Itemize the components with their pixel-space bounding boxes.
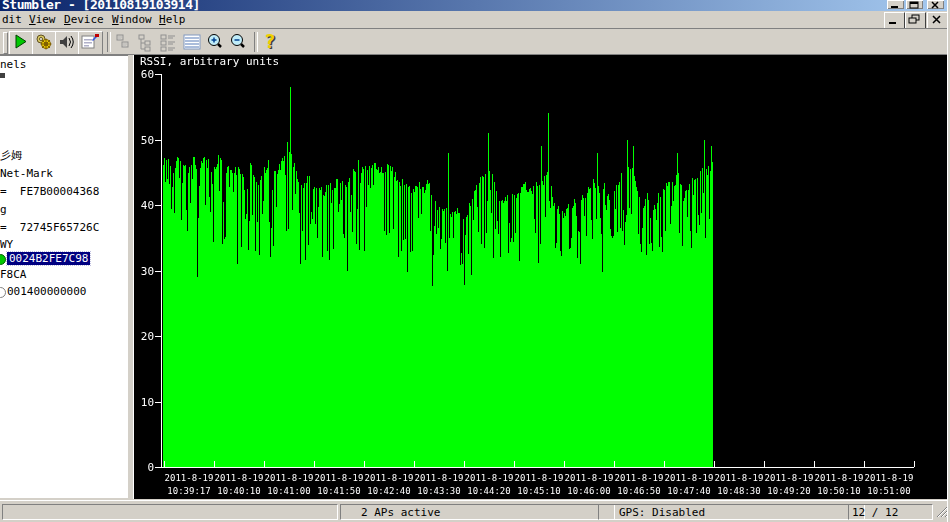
chart-panel: RSSI, arbitrary units	[133, 55, 947, 499]
details-icon	[157, 31, 180, 53]
zoom-in-button[interactable]	[204, 31, 227, 53]
tree-view-button-disabled[interactable]	[134, 31, 157, 53]
ap-tree-panel[interactable]: nels彡姆Net-Mark= FE7B00004368g= 72745F657…	[0, 55, 128, 498]
tree-item[interactable]: nels	[0, 58, 27, 71]
zoom-out-icon	[227, 31, 250, 53]
tree-item[interactable]: = 72745F65726C	[0, 221, 99, 234]
play-icon	[10, 32, 31, 52]
close-icon	[927, 1, 944, 10]
mdi-minimize-icon	[885, 13, 902, 26]
help-icon: ? ?	[258, 31, 281, 53]
details-button-disabled[interactable]	[157, 31, 180, 53]
toolbar: ? ?	[0, 29, 947, 54]
options-button[interactable]	[32, 31, 57, 55]
tree-item[interactable]: = FE7B00004368	[0, 185, 99, 198]
zoom-in-icon	[204, 31, 227, 53]
green-circle-icon	[0, 254, 6, 265]
status-bar: 2 APs active GPS: Disabled 12 / 12	[0, 500, 950, 522]
chart-title: RSSI, arbitrary units	[140, 55, 279, 68]
mdi-close-button[interactable]	[927, 12, 948, 29]
resize-grip[interactable]	[934, 504, 948, 519]
status-page-count: 12 / 12	[848, 504, 933, 520]
new-document-button-disabled[interactable]	[111, 31, 134, 53]
tree-view-icon	[134, 31, 157, 53]
zoom-out-button[interactable]	[227, 31, 250, 53]
gears-icon	[33, 32, 54, 52]
window-close-button[interactable]	[927, 0, 944, 9]
help-button[interactable]: ? ?	[258, 31, 281, 53]
menu-device[interactable]: Device	[64, 13, 104, 26]
audio-button[interactable]	[55, 31, 80, 55]
toolbar-grip[interactable]	[3, 32, 8, 54]
gray-circle-icon	[0, 287, 6, 298]
status-panel-empty	[2, 504, 338, 520]
new-document-icon	[111, 31, 134, 53]
table-view-button[interactable]	[181, 31, 204, 53]
tree-item[interactable]: WY	[0, 238, 13, 251]
properties-icon	[79, 32, 100, 52]
table-view-icon	[181, 31, 204, 53]
tree-item[interactable]: g	[0, 203, 7, 216]
tree-item[interactable]: 001400000000	[7, 285, 86, 298]
play-button[interactable]	[9, 31, 34, 55]
mdi-restore-button[interactable]	[905, 12, 926, 29]
tree-item[interactable]: Net-Mark	[0, 167, 53, 180]
window-maximize-button[interactable]	[906, 0, 923, 9]
properties-button[interactable]	[78, 31, 103, 55]
menu-bar: ditViewDeviceWindowHelp	[0, 11, 947, 28]
speaker-icon	[56, 32, 77, 52]
window-title: Stumbler - [20110819103914]	[2, 0, 200, 11]
window-minimize-button[interactable]	[887, 0, 904, 9]
mdi-restore-icon	[906, 13, 923, 26]
status-aps-active: 2 APs active	[340, 504, 615, 520]
svg-text:?: ?	[264, 31, 275, 52]
minimize-icon	[887, 1, 904, 10]
menu-view[interactable]: View	[29, 13, 56, 26]
status-gps: GPS: Disabled	[598, 504, 865, 520]
clipped-tree-item	[0, 73, 5, 78]
maximize-icon	[906, 1, 923, 10]
tree-item[interactable]: F8CA	[0, 268, 27, 281]
tree-item[interactable]: 彡姆	[0, 148, 22, 163]
title-bar: Stumbler - [20110819103914]	[0, 0, 947, 11]
menu-help[interactable]: Help	[159, 13, 186, 26]
mdi-minimize-button[interactable]	[884, 12, 905, 29]
rssi-chart-canvas	[134, 55, 947, 499]
mdi-close-icon	[928, 13, 945, 26]
tree-item[interactable]: 0024B2FE7C98	[7, 252, 90, 265]
menu-window[interactable]: Window	[112, 13, 152, 26]
menu-dit[interactable]: dit	[2, 13, 22, 26]
